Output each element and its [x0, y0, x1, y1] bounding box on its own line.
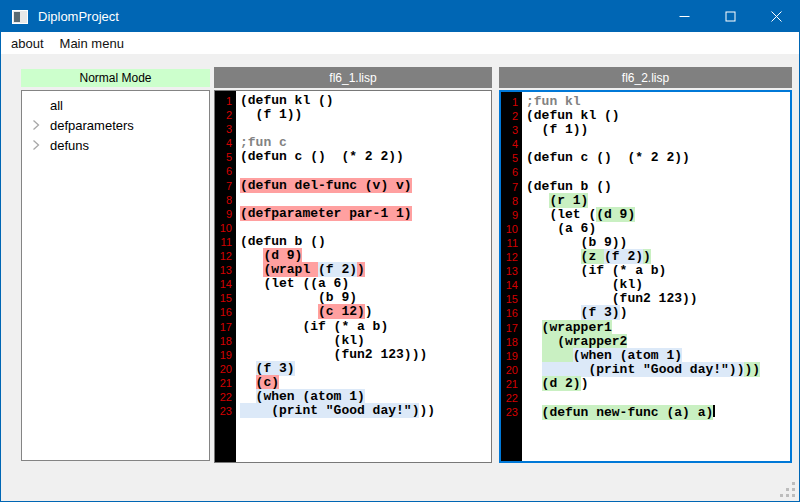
line-number: 18 [215, 334, 232, 348]
chevron-right-icon[interactable] [30, 115, 50, 135]
code-line: (defparameter par-1 1) [240, 207, 491, 221]
mode-banner: Normal Mode [21, 69, 210, 87]
line-number: 9 [501, 208, 518, 222]
maximize-button[interactable] [707, 1, 753, 32]
line-number: 18 [501, 335, 518, 349]
menu-item-about[interactable]: about [1, 32, 52, 54]
panel-title: fl6_1.lisp [214, 67, 492, 88]
line-number: 23 [215, 404, 232, 418]
panel-title: fl6_2.lisp [499, 67, 792, 88]
code-area[interactable]: (defun kl () (f 1));fun c(defun c () (* … [236, 91, 491, 462]
code-line: (let ((d 9) [526, 208, 790, 222]
window-title: DiplomProject [38, 9, 119, 24]
app-window: DiplomProject about Main menu Normal Mod… [0, 0, 800, 502]
menu-item-main-menu[interactable]: Main menu [52, 32, 132, 54]
code-line: (wrapl (f 2)) [240, 263, 491, 277]
line-number: 2 [501, 109, 518, 123]
code-line: ;fun c [240, 136, 491, 150]
line-number: 14 [215, 277, 232, 291]
code-line: (wrapper1 [526, 321, 790, 335]
line-number: 22 [501, 391, 518, 405]
code-line: (c) [240, 376, 491, 390]
line-number: 12 [215, 249, 232, 263]
text-cursor [713, 405, 715, 417]
line-number: 19 [215, 348, 232, 362]
line-number: 5 [501, 151, 518, 165]
code-line: (defun del-func (v) v) [240, 179, 491, 193]
code-line: (r 1) [526, 194, 790, 208]
titlebar: DiplomProject [1, 1, 799, 32]
code-line: (defun b () [526, 180, 790, 194]
tree-item-label: defparameters [50, 118, 134, 133]
code-panel-right: fl6_2.lisp 12345678910111213141516171819… [499, 67, 792, 463]
line-number: 16 [215, 305, 232, 319]
chevron-right-icon[interactable] [30, 135, 50, 155]
line-number: 17 [215, 320, 232, 334]
code-line: (defun b () [240, 235, 491, 249]
code-line [526, 165, 790, 179]
line-number: 1 [501, 95, 518, 109]
code-line: ;fun kl [526, 95, 790, 109]
code-line: (z (f 2)) [526, 250, 790, 264]
window-controls [661, 1, 799, 32]
line-number: 4 [501, 137, 518, 151]
tree-item-label: defuns [50, 138, 89, 153]
line-number: 11 [501, 236, 518, 250]
code-line: (if (* a b) [240, 320, 491, 334]
line-number: 3 [215, 122, 232, 136]
line-number: 5 [215, 150, 232, 164]
line-number: 21 [501, 377, 518, 391]
code-line [240, 193, 491, 207]
tree-item-defparameters[interactable]: defparameters [22, 115, 209, 135]
line-number: 10 [215, 221, 232, 235]
code-line: (f 1)) [526, 123, 790, 137]
code-line: (d 2)) [526, 377, 790, 391]
file-tree: all defparameters defuns [21, 90, 210, 461]
line-number: 1 [215, 94, 232, 108]
tree-indent-spacer [30, 95, 50, 115]
resize-grip[interactable] [780, 482, 795, 497]
app-icon [12, 10, 28, 24]
line-number-gutter: 1234567891011121314151617181920212223 [501, 92, 522, 461]
editor-right[interactable]: 1234567891011121314151617181920212223 ;f… [499, 90, 792, 463]
minimize-button[interactable] [661, 1, 707, 32]
line-number: 8 [501, 194, 518, 208]
code-line: (defun c () (* 2 2)) [240, 150, 491, 164]
close-button[interactable] [753, 1, 799, 32]
code-line: (kl) [526, 278, 790, 292]
line-number: 16 [501, 306, 518, 320]
line-number: 2 [215, 108, 232, 122]
editor-left[interactable]: 1234567891011121314151617181920212223 (d… [214, 90, 492, 463]
line-number: 19 [501, 349, 518, 363]
code-line: (f 1)) [240, 108, 491, 122]
line-number-gutter: 1234567891011121314151617181920212223 [215, 91, 236, 462]
code-line: (fun2 123)) [526, 292, 790, 306]
code-line [240, 164, 491, 178]
tree-item-defuns[interactable]: defuns [22, 135, 209, 155]
minimize-icon [679, 11, 690, 22]
code-line: (defun new-func (a) a) [526, 405, 790, 419]
code-area[interactable]: ;fun kl(defun kl () (f 1))(defun c () (*… [522, 92, 790, 461]
tree-item-label: all [50, 98, 63, 113]
code-line: (defun c () (* 2 2)) [526, 151, 790, 165]
code-line: (b 9)) [526, 236, 790, 250]
line-number: 22 [215, 390, 232, 404]
line-number: 15 [215, 291, 232, 305]
code-line: (kl) [240, 334, 491, 348]
line-number: 17 [501, 321, 518, 335]
code-line: (defun kl () [526, 109, 790, 123]
line-number: 7 [215, 179, 232, 193]
code-line: (print "Good day!"))) [240, 404, 491, 418]
line-number: 20 [215, 362, 232, 376]
code-line [240, 122, 491, 136]
code-line: (f 3) [240, 362, 491, 376]
line-number: 13 [215, 263, 232, 277]
tree-item-all[interactable]: all [22, 95, 209, 115]
line-number: 7 [501, 180, 518, 194]
code-line: (defun kl () [240, 94, 491, 108]
maximize-icon [725, 11, 736, 22]
code-line [526, 137, 790, 151]
code-line [526, 391, 790, 405]
line-number: 15 [501, 292, 518, 306]
line-number: 14 [501, 278, 518, 292]
